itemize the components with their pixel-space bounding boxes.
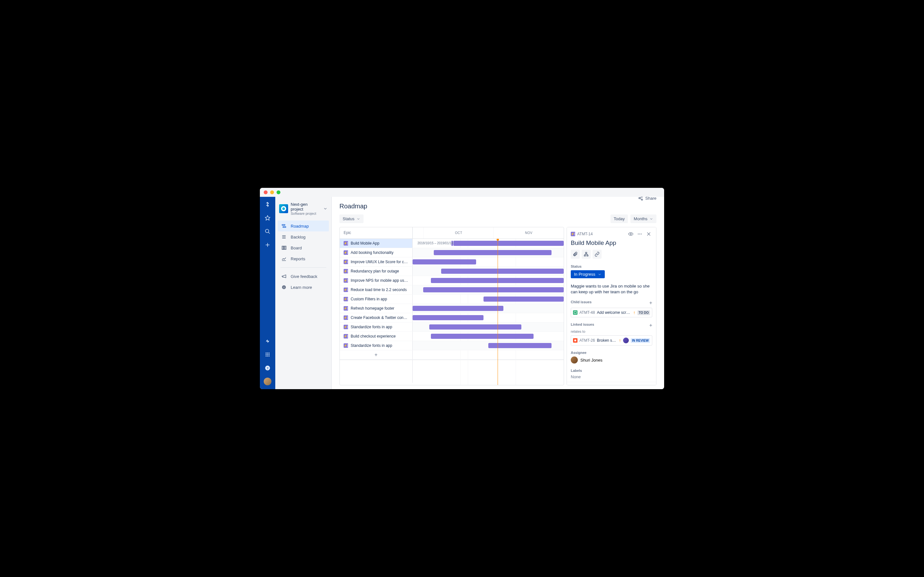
- nav-learn[interactable]: i Learn more: [278, 282, 329, 293]
- epic-label[interactable]: ⚡Standardize fonts in app: [340, 322, 413, 332]
- svg-rect-8: [266, 354, 267, 355]
- epic-row[interactable]: ⚡Redundancy plan for outage: [340, 267, 564, 276]
- epic-bar[interactable]: 2018/10/15 – 2019/01/14: [453, 241, 564, 246]
- epic-bar[interactable]: [441, 269, 564, 274]
- issue-description[interactable]: Maggie wants to use Jira on mobile so sh…: [571, 284, 652, 295]
- epic-label[interactable]: ⚡Redundancy plan for outage: [340, 267, 413, 276]
- svg-text:i: i: [284, 286, 284, 289]
- maximize-window-button[interactable]: [276, 190, 280, 194]
- epic-bar[interactable]: [434, 250, 551, 255]
- nav-feedback[interactable]: Give feedback: [278, 271, 329, 282]
- star-icon[interactable]: [264, 214, 271, 222]
- status-badge: TO DO: [638, 310, 650, 315]
- epic-bar[interactable]: [413, 306, 503, 311]
- share-button[interactable]: Share: [638, 197, 656, 201]
- nav-feedback-label: Give feedback: [291, 274, 317, 279]
- epic-bar[interactable]: [413, 315, 483, 320]
- epic-label[interactable]: ⚡Refresh homepage footer: [340, 304, 413, 313]
- epic-row[interactable]: ⚡Standardize fonts in app: [340, 322, 564, 332]
- epic-row[interactable]: ⚡Add booking functionality: [340, 248, 564, 258]
- close-window-button[interactable]: [264, 190, 268, 194]
- bug-type-icon: [573, 338, 577, 343]
- nav-board[interactable]: Board: [278, 242, 329, 253]
- epic-row[interactable]: ⚡Build Mobile App2018/10/15 – 2019/01/14: [340, 239, 564, 248]
- epic-row[interactable]: ⚡Create Facebook & Twitter connector: [340, 313, 564, 322]
- epic-label[interactable]: ⚡Reduce load time to 2.2 seconds: [340, 285, 413, 294]
- apps-icon[interactable]: [264, 351, 271, 358]
- nav-roadmap[interactable]: Roadmap: [278, 221, 329, 231]
- assignee-field-label: Assignee: [571, 351, 652, 355]
- attach-button[interactable]: [571, 250, 580, 259]
- epic-row[interactable]: ⚡Standardize fonts in app: [340, 341, 564, 350]
- nav-reports[interactable]: Reports: [278, 253, 329, 264]
- epic-bar[interactable]: [431, 334, 533, 339]
- epic-bar[interactable]: [413, 259, 476, 264]
- close-icon[interactable]: [645, 230, 652, 237]
- svg-point-31: [630, 234, 632, 235]
- project-switcher[interactable]: Next-gen project Software project: [278, 201, 329, 217]
- create-icon[interactable]: [264, 241, 271, 249]
- watch-icon[interactable]: [627, 230, 634, 237]
- backlog-icon: [281, 234, 287, 240]
- more-icon[interactable]: [636, 230, 643, 237]
- epic-row[interactable]: ⚡Improve NPS for mobile app users by …: [340, 276, 564, 285]
- epic-title: Standardize fonts in app: [351, 343, 392, 348]
- scale-button[interactable]: Months: [630, 214, 656, 223]
- nav-backlog[interactable]: Backlog: [278, 231, 329, 242]
- share-label: Share: [645, 197, 656, 201]
- search-icon[interactable]: [264, 227, 271, 235]
- epic-label[interactable]: ⚡Build Mobile App: [340, 239, 413, 248]
- add-link-button[interactable]: +: [649, 322, 652, 328]
- epic-row[interactable]: ⚡Improve UMUX Lite Score for checko…: [340, 258, 564, 267]
- svg-rect-12: [267, 356, 268, 356]
- epic-bar[interactable]: [483, 297, 564, 301]
- svg-rect-38: [584, 255, 586, 256]
- epic-title: Build checkout experience: [351, 334, 396, 338]
- issue-key[interactable]: ATMT-14: [577, 232, 593, 236]
- epic-row[interactable]: ⚡Custom Filters in app: [340, 295, 564, 304]
- timeline-lane: [413, 313, 564, 322]
- link-button[interactable]: [593, 250, 602, 259]
- page-title: Roadmap: [339, 203, 367, 210]
- epic-row[interactable]: ⚡Refresh homepage footer: [340, 304, 564, 313]
- child-issues-label: Child issues: [571, 300, 591, 304]
- add-child-button[interactable]: +: [649, 300, 652, 306]
- minimize-window-button[interactable]: [270, 190, 274, 194]
- epic-type-icon: ⚡: [344, 259, 348, 264]
- add-epic-button[interactable]: +: [340, 350, 413, 359]
- chevron-down-icon: [357, 217, 360, 221]
- labels-value[interactable]: None: [571, 374, 652, 379]
- epic-title: Redundancy plan for outage: [351, 269, 399, 274]
- epic-label[interactable]: ⚡Create Facebook & Twitter connector: [340, 313, 413, 322]
- linked-key: ATMT-26: [580, 338, 595, 343]
- epic-bar[interactable]: [429, 324, 521, 330]
- epic-label[interactable]: ⚡Standardize fonts in app: [340, 341, 413, 350]
- status-filter-button[interactable]: Status: [339, 214, 363, 223]
- subtask-button[interactable]: [582, 250, 591, 259]
- epic-row[interactable]: ⚡Build checkout experience: [340, 332, 564, 341]
- epic-label[interactable]: ⚡Custom Filters in app: [340, 295, 413, 303]
- epic-label[interactable]: ⚡Build checkout experience: [340, 332, 413, 341]
- status-dropdown[interactable]: In Progress: [571, 270, 605, 278]
- timeline-lane: [413, 304, 564, 313]
- project-type: Software project: [291, 211, 320, 215]
- notification-icon[interactable]: [264, 337, 271, 345]
- linked-issue-row[interactable]: ATMT-26 Broken status ind… ↑ IN REVIEW: [571, 335, 652, 346]
- epic-label[interactable]: ⚡Improve NPS for mobile app users by …: [340, 276, 413, 285]
- epic-type-icon: ⚡: [344, 325, 348, 329]
- assignee-field[interactable]: Shuri Jones: [571, 356, 652, 364]
- epic-title: Refresh homepage footer: [351, 306, 394, 311]
- user-avatar[interactable]: [264, 378, 271, 385]
- epic-bar[interactable]: [431, 278, 564, 283]
- help-icon[interactable]: ?: [264, 364, 271, 372]
- epic-label[interactable]: ⚡Add booking functionality: [340, 248, 413, 257]
- epic-label[interactable]: ⚡Improve UMUX Lite Score for checko…: [340, 258, 413, 266]
- project-name: Next-gen project: [291, 202, 320, 211]
- today-button[interactable]: Today: [611, 214, 628, 223]
- jira-logo-icon[interactable]: [264, 201, 271, 208]
- issue-title[interactable]: Build Mobile App: [567, 237, 656, 248]
- epic-bar[interactable]: [423, 287, 564, 292]
- epic-row[interactable]: ⚡Reduce load time to 2.2 seconds: [340, 285, 564, 295]
- info-icon: i: [281, 284, 287, 290]
- child-issue-row[interactable]: ATMT-48 Add welcome screen for m… ↑ TO D…: [571, 308, 652, 318]
